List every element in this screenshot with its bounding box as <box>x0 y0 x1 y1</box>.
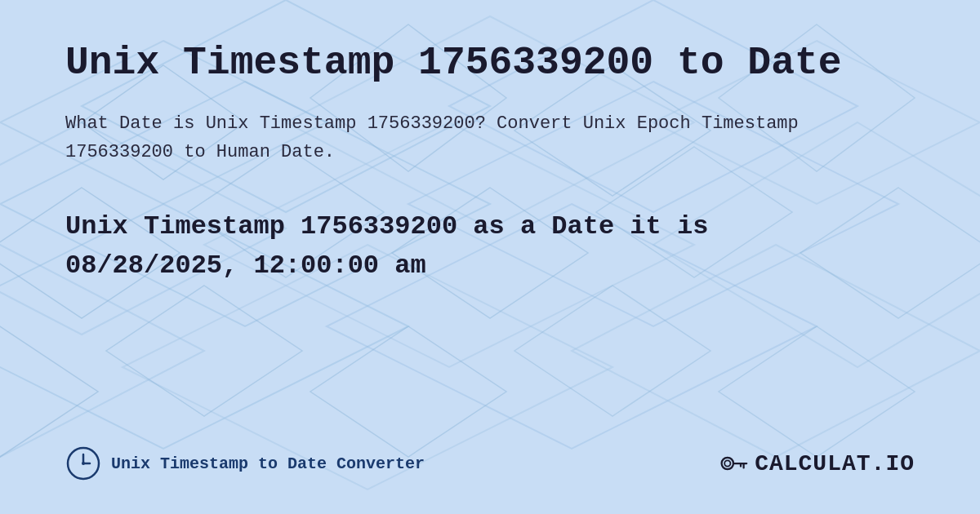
page-title: Unix Timestamp 1756339200 to Date <box>65 41 915 85</box>
footer-converter-link[interactable]: Unix Timestamp to Date Converter <box>65 445 425 481</box>
svg-point-37 <box>722 458 733 469</box>
result-section: Unix Timestamp 1756339200 as a Date it i… <box>65 207 915 286</box>
page-description: What Date is Unix Timestamp 1756339200? … <box>65 109 915 166</box>
footer: Unix Timestamp to Date Converter CALCULA… <box>65 429 915 481</box>
svg-point-36 <box>82 462 85 465</box>
svg-point-38 <box>724 460 730 466</box>
logo-text: CALCULAT.IO <box>755 451 915 476</box>
result-line1: Unix Timestamp 1756339200 as a Date it i… <box>65 211 708 241</box>
result-text: Unix Timestamp 1756339200 as a Date it i… <box>65 207 915 286</box>
logo-icon <box>719 449 748 478</box>
footer-label: Unix Timestamp to Date Converter <box>111 454 425 473</box>
calculat-logo[interactable]: CALCULAT.IO <box>719 449 915 478</box>
clock-icon <box>65 445 101 481</box>
result-line2: 08/28/2025, 12:00:00 am <box>65 250 426 281</box>
